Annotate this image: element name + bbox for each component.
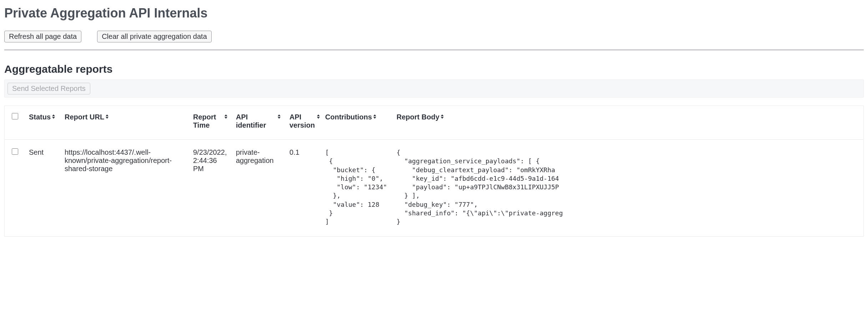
reports-table: Status Report URL Report Time: [5, 106, 863, 236]
body-pre: { "aggregation_service_payloads": [ { "d…: [397, 148, 859, 226]
sort-icon: [441, 114, 444, 119]
col-header-body-label: Report Body: [397, 113, 439, 121]
cell-api: private-aggregation: [232, 140, 285, 236]
select-all-checkbox[interactable]: [12, 113, 18, 119]
col-header-version[interactable]: API version: [289, 113, 320, 129]
col-header-contributions[interactable]: Contributions: [325, 113, 377, 121]
col-header-contributions-label: Contributions: [325, 113, 372, 121]
clear-data-button[interactable]: Clear all private aggregation data: [97, 31, 212, 42]
sort-icon: [373, 114, 377, 119]
cell-url: https://localhost:4437/.well-known/priva…: [60, 140, 189, 236]
cell-version: 0.1: [285, 140, 321, 236]
table-row: Sent https://localhost:4437/.well-known/…: [5, 140, 863, 236]
send-selected-reports-button[interactable]: Send Selected Reports: [7, 83, 90, 94]
sort-icon: [317, 114, 320, 119]
contributions-pre: [ { "bucket": { "high": "0", "low": "123…: [325, 148, 388, 226]
cell-time: 9/23/2022, 2:44:36 PM: [189, 140, 232, 236]
top-toolbar: Refresh all page data Clear all private …: [4, 31, 864, 42]
reports-heading: Aggregatable reports: [4, 63, 864, 75]
col-header-status[interactable]: Status: [29, 113, 56, 121]
col-header-api-label: API identifier: [236, 113, 276, 129]
page-title: Private Aggregation API Internals: [4, 6, 864, 21]
cell-contributions: [ { "bucket": { "high": "0", "low": "123…: [321, 140, 392, 236]
cell-status: Sent: [25, 140, 60, 236]
col-header-time-label: Report Time: [193, 113, 223, 129]
col-header-time[interactable]: Report Time: [193, 113, 227, 129]
sort-icon: [278, 114, 281, 119]
sort-icon: [224, 114, 227, 119]
row-checkbox[interactable]: [12, 148, 18, 155]
sort-icon: [106, 114, 109, 119]
cell-body: { "aggregation_service_payloads": [ { "d…: [392, 140, 863, 236]
refresh-button[interactable]: Refresh all page data: [4, 31, 81, 42]
col-header-url[interactable]: Report URL: [65, 113, 109, 121]
col-header-status-label: Status: [29, 113, 51, 121]
sort-icon: [52, 114, 56, 119]
col-header-url-label: Report URL: [65, 113, 104, 121]
col-header-body[interactable]: Report Body: [397, 113, 444, 121]
col-header-version-label: API version: [289, 113, 316, 129]
divider: [4, 50, 864, 50]
reports-toolbar: Send Selected Reports: [4, 80, 864, 98]
reports-table-container: Status Report URL Report Time: [4, 106, 864, 237]
col-header-api[interactable]: API identifier: [236, 113, 281, 129]
